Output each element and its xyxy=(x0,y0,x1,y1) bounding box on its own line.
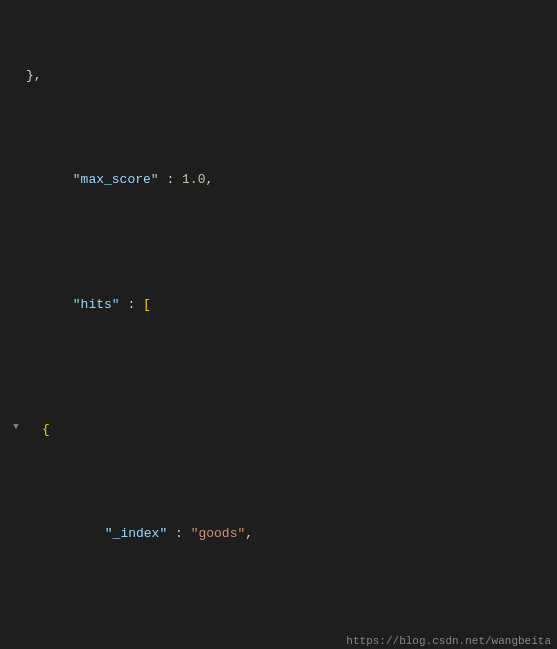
key-hits: "hits" xyxy=(73,297,120,312)
bracket-hit1-open: { xyxy=(42,422,50,437)
line-max-score: "max_score" : 1.0, xyxy=(0,150,557,212)
key-max-score: "max_score" xyxy=(73,172,159,187)
val-index1: "goods" xyxy=(191,526,246,541)
url-text: https://blog.csdn.net/wangbeita xyxy=(346,635,551,647)
url-bar: https://blog.csdn.net/wangbeita xyxy=(340,633,557,649)
brace-close: }, xyxy=(26,68,42,83)
fold-gutter-4[interactable]: ▼ xyxy=(8,420,24,434)
line-1: }, xyxy=(0,66,557,87)
line-hit1-open: ▼ { xyxy=(0,420,557,441)
key-index1: "_index" xyxy=(105,526,167,541)
val-max-score: 1.0 xyxy=(182,172,205,187)
code-viewer: }, "max_score" : 1.0, "hits" : [ ▼ { "_i… xyxy=(0,0,557,649)
line-hits: "hits" : [ xyxy=(0,274,557,336)
bracket-hits-open: [ xyxy=(143,297,151,312)
line-index1: "_index" : "goods", xyxy=(0,503,557,565)
